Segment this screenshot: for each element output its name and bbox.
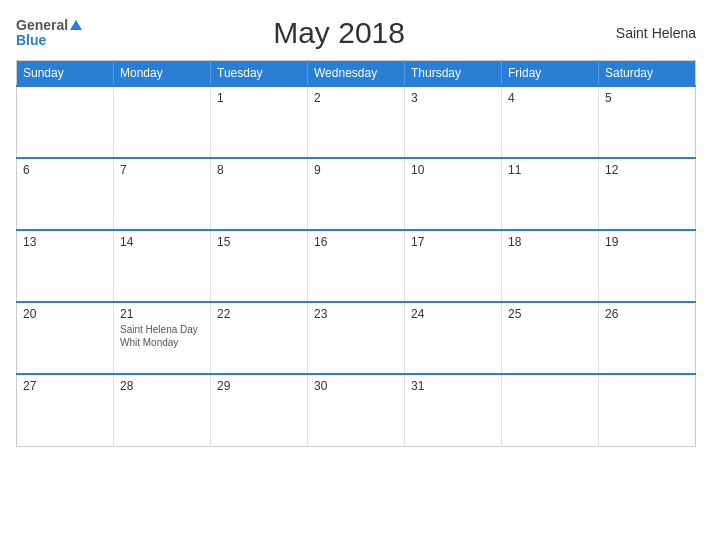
calendar-day-cell: 10 xyxy=(405,158,502,230)
calendar-day-cell: 21Saint Helena DayWhit Monday xyxy=(114,302,211,374)
day-number: 27 xyxy=(23,379,107,393)
day-number: 5 xyxy=(605,91,689,105)
calendar-day-cell: 17 xyxy=(405,230,502,302)
day-number: 4 xyxy=(508,91,592,105)
calendar-day-cell: 25 xyxy=(502,302,599,374)
calendar-day-cell xyxy=(17,86,114,158)
logo: General Blue xyxy=(16,18,82,49)
day-number: 28 xyxy=(120,379,204,393)
days-of-week-row: SundayMondayTuesdayWednesdayThursdayFrid… xyxy=(17,61,696,87)
day-of-week-header: Sunday xyxy=(17,61,114,87)
calendar-day-cell: 16 xyxy=(308,230,405,302)
logo-triangle-icon xyxy=(70,20,82,30)
calendar-day-cell: 28 xyxy=(114,374,211,446)
day-number: 31 xyxy=(411,379,495,393)
day-number: 26 xyxy=(605,307,689,321)
calendar-day-cell: 18 xyxy=(502,230,599,302)
calendar-body: 123456789101112131415161718192021Saint H… xyxy=(17,86,696,446)
day-number: 18 xyxy=(508,235,592,249)
day-number: 2 xyxy=(314,91,398,105)
calendar-day-cell: 1 xyxy=(211,86,308,158)
day-number: 30 xyxy=(314,379,398,393)
calendar-day-cell xyxy=(114,86,211,158)
day-number: 25 xyxy=(508,307,592,321)
day-number: 17 xyxy=(411,235,495,249)
day-number: 24 xyxy=(411,307,495,321)
calendar-day-cell: 11 xyxy=(502,158,599,230)
calendar-day-cell: 29 xyxy=(211,374,308,446)
calendar-week-row: 6789101112 xyxy=(17,158,696,230)
day-number: 10 xyxy=(411,163,495,177)
calendar-day-cell: 30 xyxy=(308,374,405,446)
calendar-day-cell: 26 xyxy=(599,302,696,374)
day-number: 1 xyxy=(217,91,301,105)
day-number: 3 xyxy=(411,91,495,105)
day-of-week-header: Saturday xyxy=(599,61,696,87)
calendar-day-cell xyxy=(599,374,696,446)
day-of-week-header: Wednesday xyxy=(308,61,405,87)
calendar-day-cell xyxy=(502,374,599,446)
calendar-day-cell: 4 xyxy=(502,86,599,158)
calendar-day-cell: 8 xyxy=(211,158,308,230)
calendar-day-cell: 6 xyxy=(17,158,114,230)
calendar-day-cell: 12 xyxy=(599,158,696,230)
day-number: 8 xyxy=(217,163,301,177)
calendar-day-cell: 3 xyxy=(405,86,502,158)
holiday-label: Whit Monday xyxy=(120,336,204,349)
calendar-table: SundayMondayTuesdayWednesdayThursdayFrid… xyxy=(16,60,696,447)
day-number: 20 xyxy=(23,307,107,321)
holiday-label: Saint Helena Day xyxy=(120,323,204,336)
day-of-week-header: Tuesday xyxy=(211,61,308,87)
calendar-day-cell: 5 xyxy=(599,86,696,158)
day-number: 29 xyxy=(217,379,301,393)
calendar-day-cell: 24 xyxy=(405,302,502,374)
calendar-day-cell: 2 xyxy=(308,86,405,158)
calendar-day-cell: 22 xyxy=(211,302,308,374)
calendar-day-cell: 19 xyxy=(599,230,696,302)
day-number: 6 xyxy=(23,163,107,177)
region-label: Saint Helena xyxy=(596,25,696,41)
day-of-week-header: Friday xyxy=(502,61,599,87)
day-number: 14 xyxy=(120,235,204,249)
calendar-day-cell: 9 xyxy=(308,158,405,230)
calendar-day-cell: 13 xyxy=(17,230,114,302)
calendar-day-cell: 27 xyxy=(17,374,114,446)
day-of-week-header: Thursday xyxy=(405,61,502,87)
calendar-title: May 2018 xyxy=(82,16,596,50)
day-number: 19 xyxy=(605,235,689,249)
calendar-day-cell: 15 xyxy=(211,230,308,302)
calendar-week-row: 2728293031 xyxy=(17,374,696,446)
day-number: 23 xyxy=(314,307,398,321)
calendar-day-cell: 14 xyxy=(114,230,211,302)
day-number: 13 xyxy=(23,235,107,249)
calendar-header-row: SundayMondayTuesdayWednesdayThursdayFrid… xyxy=(17,61,696,87)
calendar-header: General Blue May 2018 Saint Helena xyxy=(16,16,696,50)
calendar-week-row: 12345 xyxy=(17,86,696,158)
calendar-day-cell: 7 xyxy=(114,158,211,230)
day-number: 12 xyxy=(605,163,689,177)
day-number: 15 xyxy=(217,235,301,249)
logo-general-text: General xyxy=(16,18,68,33)
day-number: 7 xyxy=(120,163,204,177)
calendar-week-row: 13141516171819 xyxy=(17,230,696,302)
logo-blue-text: Blue xyxy=(16,33,46,48)
day-number: 9 xyxy=(314,163,398,177)
calendar-week-row: 2021Saint Helena DayWhit Monday222324252… xyxy=(17,302,696,374)
day-of-week-header: Monday xyxy=(114,61,211,87)
calendar-day-cell: 20 xyxy=(17,302,114,374)
day-number: 11 xyxy=(508,163,592,177)
day-number: 21 xyxy=(120,307,204,321)
day-number: 22 xyxy=(217,307,301,321)
day-number: 16 xyxy=(314,235,398,249)
calendar-day-cell: 23 xyxy=(308,302,405,374)
calendar-day-cell: 31 xyxy=(405,374,502,446)
